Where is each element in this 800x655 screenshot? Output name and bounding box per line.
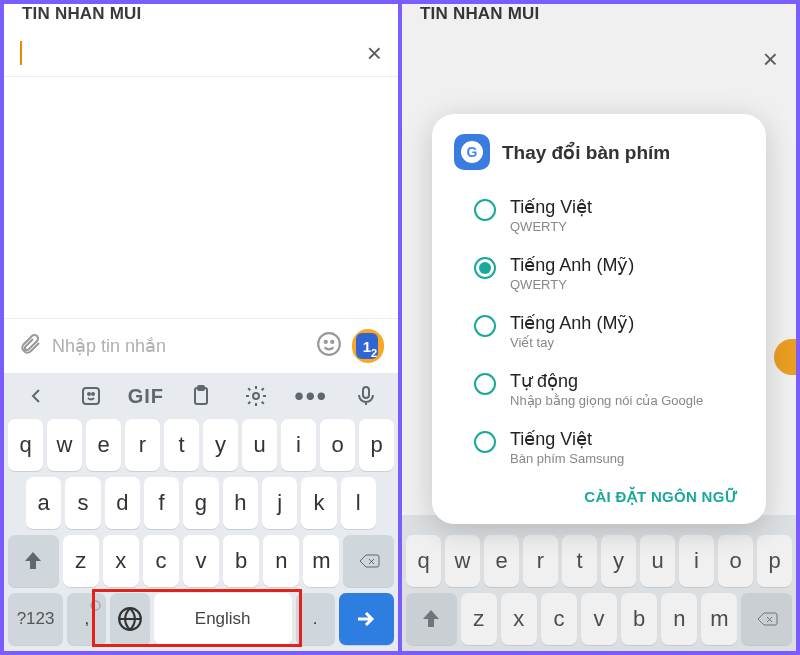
svg-point-10 [91, 601, 100, 610]
svg-point-0 [318, 333, 340, 355]
key-d[interactable]: d [105, 477, 140, 529]
option-label: Tiếng Việt [510, 196, 592, 218]
key-x[interactable]: x [103, 535, 139, 587]
shift-key[interactable] [8, 535, 59, 587]
gear-icon[interactable] [236, 381, 276, 411]
radio-icon [474, 199, 496, 221]
key-f[interactable]: f [144, 477, 179, 529]
keyboard-switch-dialog: G Thay đổi bàn phím Tiếng Việt QWERTY Ti… [432, 114, 766, 524]
key-t[interactable]: t [164, 419, 199, 471]
header-title: TIN NHAN MUI [22, 4, 384, 24]
option-auto-voice[interactable]: Tự động Nhập bằng giọng nói của Google [450, 360, 748, 418]
radio-icon [474, 315, 496, 337]
key-i[interactable]: i [281, 419, 316, 471]
chevron-left-icon[interactable] [16, 381, 56, 411]
key-n[interactable]: n [263, 535, 299, 587]
option-sublabel: Nhập bằng giọng nói của Google [510, 393, 703, 408]
svg-point-8 [253, 393, 259, 399]
more-icon[interactable]: ••• [291, 381, 331, 411]
key-v[interactable]: v [183, 535, 219, 587]
space-key[interactable]: English [154, 593, 292, 645]
option-label: Tiếng Việt [510, 428, 624, 450]
emoji-icon[interactable] [316, 331, 342, 361]
option-sublabel: Viết tay [510, 335, 634, 350]
key-w[interactable]: w [47, 419, 82, 471]
message-body-area[interactable] [4, 77, 398, 318]
radio-icon [474, 373, 496, 395]
svg-rect-9 [363, 387, 369, 398]
key-s[interactable]: s [65, 477, 100, 529]
mic-icon[interactable] [346, 381, 386, 411]
key-g[interactable]: g [183, 477, 218, 529]
option-english-us-handwriting[interactable]: Tiếng Anh (Mỹ) Viết tay [450, 302, 748, 360]
key-e[interactable]: e [86, 419, 121, 471]
keyboard-toolbar: GIF ••• [8, 377, 394, 413]
option-sublabel: QWERTY [510, 219, 592, 234]
svg-rect-3 [83, 388, 99, 404]
key-row-4: ?123 , English . [8, 593, 394, 645]
key-u[interactable]: u [242, 419, 277, 471]
sim-icon: 1 2 [356, 333, 378, 359]
emoji-mini-icon [90, 596, 101, 616]
gboard-icon: G [454, 134, 490, 170]
screenshot-right: TIN NHAN MUI q w e r t y u i o p z x c v… [402, 4, 796, 651]
period-key[interactable]: . [296, 593, 335, 645]
recipient-row[interactable]: × [4, 30, 398, 77]
key-r[interactable]: r [125, 419, 160, 471]
enter-key[interactable] [339, 593, 394, 645]
key-c[interactable]: c [143, 535, 179, 587]
radio-icon [474, 431, 496, 453]
app-header: TIN NHAN MUI [4, 4, 398, 30]
close-icon[interactable]: × [367, 40, 382, 66]
option-sublabel: QWERTY [510, 277, 634, 292]
svg-point-1 [325, 341, 327, 343]
clipboard-icon[interactable] [181, 381, 221, 411]
svg-point-4 [88, 393, 90, 395]
send-sim-button[interactable]: 1 2 [352, 329, 384, 363]
option-sublabel: Bàn phím Samsung [510, 451, 624, 466]
option-label: Tiếng Anh (Mỹ) [510, 312, 634, 334]
key-row-2: a s d f g h j k l [8, 477, 394, 529]
key-z[interactable]: z [63, 535, 99, 587]
key-l[interactable]: l [341, 477, 376, 529]
text-cursor [20, 41, 22, 65]
key-j[interactable]: j [262, 477, 297, 529]
gif-button[interactable]: GIF [126, 381, 166, 411]
option-label: Tự động [510, 370, 703, 392]
option-vietnamese-samsung[interactable]: Tiếng Việt Bàn phím Samsung [450, 418, 748, 476]
message-input[interactable]: Nhập tin nhắn [52, 335, 306, 357]
key-a[interactable]: a [26, 477, 61, 529]
symbols-key[interactable]: ?123 [8, 593, 63, 645]
svg-point-5 [92, 393, 94, 395]
key-row-3: z x c v b n m [8, 535, 394, 587]
key-m[interactable]: m [303, 535, 339, 587]
screenshot-left: TIN NHAN MUI × Nhập tin nhắn 1 2 GIF ••• [4, 4, 398, 651]
key-h[interactable]: h [223, 477, 258, 529]
keyboard: GIF ••• q w e r t y u i o p a s d f g h … [4, 373, 398, 651]
key-k[interactable]: k [301, 477, 336, 529]
attachment-icon[interactable] [18, 332, 42, 360]
comma-key[interactable]: , [67, 593, 106, 645]
option-vietnamese-qwerty[interactable]: Tiếng Việt QWERTY [450, 186, 748, 244]
dialog-header: G Thay đổi bàn phím [450, 134, 748, 170]
message-input-bar: Nhập tin nhắn 1 2 [4, 318, 398, 373]
option-english-us-qwerty[interactable]: Tiếng Anh (Mỹ) QWERTY [450, 244, 748, 302]
svg-point-2 [331, 341, 333, 343]
key-y[interactable]: y [203, 419, 238, 471]
key-b[interactable]: b [223, 535, 259, 587]
key-q[interactable]: q [8, 419, 43, 471]
sticker-icon[interactable] [71, 381, 111, 411]
radio-icon [474, 257, 496, 279]
option-label: Tiếng Anh (Mỹ) [510, 254, 634, 276]
backspace-key[interactable] [343, 535, 394, 587]
globe-key[interactable] [110, 593, 149, 645]
key-o[interactable]: o [320, 419, 355, 471]
key-row-1: q w e r t y u i o p [8, 419, 394, 471]
close-icon[interactable]: × [763, 46, 778, 72]
dialog-title: Thay đổi bàn phím [502, 141, 670, 164]
language-settings-link[interactable]: CÀI ĐẶT NGÔN NGỮ [450, 476, 748, 508]
key-p[interactable]: p [359, 419, 394, 471]
